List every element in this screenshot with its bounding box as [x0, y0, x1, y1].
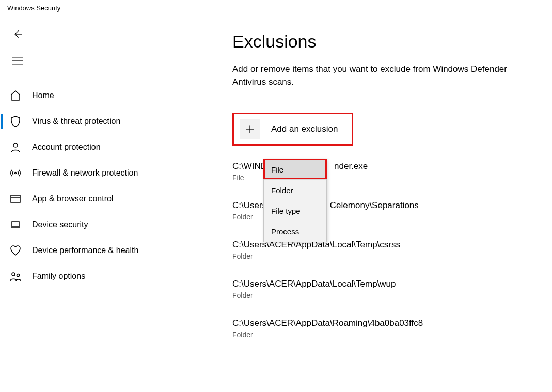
family-icon [9, 270, 22, 283]
laptop-icon [9, 218, 22, 231]
sidebar-item-device-perf[interactable]: Device performance & health [0, 238, 186, 263]
page-subtitle: Add or remove items that you want to exc… [232, 62, 542, 89]
sidebar-item-label: Home [32, 91, 54, 100]
sidebar-item-account[interactable]: Account protection [0, 134, 186, 160]
exclusion-path-right: Celemony\Separations [330, 200, 419, 210]
app-title: Windows Security [7, 4, 60, 12]
exclusion-type: Folder [232, 291, 522, 300]
exclusion-item[interactable]: C:\Users\ACER\AppData\Local\Temp\csrss F… [232, 240, 522, 260]
svg-point-9 [17, 274, 20, 277]
sidebar-item-firewall[interactable]: Firewall & network protection [0, 160, 186, 186]
window-icon [9, 193, 22, 205]
svg-point-8 [12, 273, 15, 276]
sidebar-item-label: Account protection [32, 143, 101, 152]
exclusion-item[interactable]: C:\Users\ACER\AppData\Roaming\4ba0ba03ff… [232, 318, 522, 339]
exclusion-type: Folder [232, 252, 522, 260]
exclusion-path: C:\Users\ACER\AppData\Roaming\4ba0ba03ff… [232, 318, 522, 328]
sidebar-item-label: Device performance & health [32, 246, 138, 255]
hamburger-icon [12, 57, 23, 67]
shield-icon [9, 115, 22, 128]
dropdown-item-file[interactable]: File [264, 159, 326, 180]
sidebar-item-home[interactable]: Home [0, 83, 186, 108]
dropdown-item-filetype[interactable]: File type [264, 200, 326, 221]
exclusion-path-right: nder.exe [334, 161, 368, 171]
arrow-left-icon [12, 29, 23, 41]
sidebar: Home Virus & threat protection Account p… [0, 83, 186, 289]
dropdown-item-process[interactable]: Process [264, 221, 326, 242]
home-icon [9, 89, 22, 102]
plus-icon [240, 119, 260, 139]
heart-icon [9, 244, 22, 257]
sidebar-item-device-security[interactable]: Device security [0, 212, 186, 238]
sidebar-item-label: Virus & threat protection [32, 117, 120, 126]
exclusion-path-left: C:\WIND [232, 161, 267, 171]
sidebar-item-app-browser[interactable]: App & browser control [0, 186, 186, 212]
exclusion-item[interactable]: C:\Users\ACER\AppData\Local\Temp\wup Fol… [232, 279, 522, 300]
add-exclusion-dropdown: File Folder File type Process [263, 159, 327, 242]
person-icon [9, 141, 22, 153]
sidebar-item-family[interactable]: Family options [0, 263, 186, 289]
menu-button[interactable] [7, 52, 28, 72]
dropdown-item-folder[interactable]: Folder [264, 180, 326, 200]
sidebar-item-label: Family options [32, 272, 85, 281]
page-title: Exclusions [232, 31, 542, 52]
add-exclusion-button[interactable]: Add an exclusion [232, 113, 353, 146]
svg-point-3 [13, 143, 18, 147]
svg-rect-7 [12, 222, 19, 227]
sidebar-item-label: App & browser control [32, 194, 113, 203]
sidebar-item-label: Firewall & network protection [32, 168, 138, 178]
sidebar-item-virus-threat[interactable]: Virus & threat protection [0, 108, 186, 134]
exclusion-type: Folder [232, 331, 522, 339]
svg-point-4 [15, 173, 17, 174]
antenna-icon [9, 167, 22, 179]
add-exclusion-label: Add an exclusion [271, 124, 338, 134]
svg-rect-5 [11, 195, 20, 202]
exclusion-path: C:\Users\ACER\AppData\Local\Temp\wup [232, 279, 522, 289]
sidebar-item-label: Device security [32, 220, 88, 229]
back-button[interactable] [7, 25, 28, 45]
